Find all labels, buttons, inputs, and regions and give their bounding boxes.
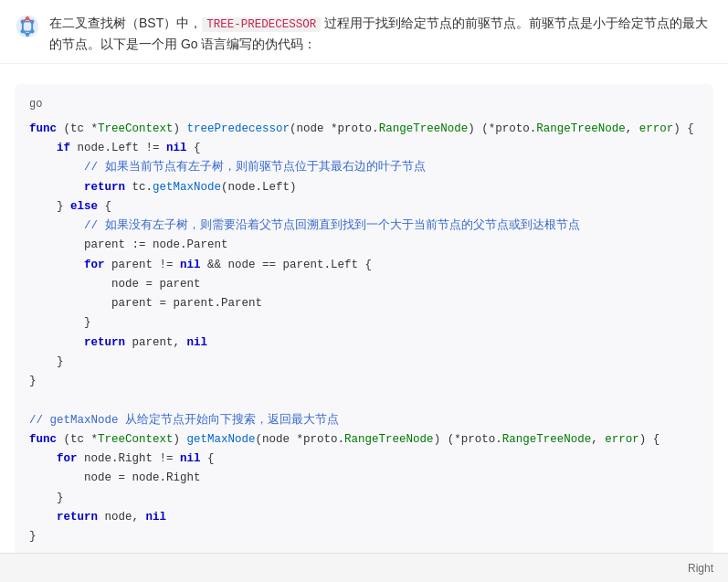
header-description: 在二叉查找树（BST）中，TREE-PREDECESSOR 过程用于找到给定节点… xyxy=(49,13,713,54)
code-func2: func (tc *TreeContext) getMaxNode(node *… xyxy=(29,430,699,547)
right-label[interactable]: Right xyxy=(688,562,713,575)
tree-predecessor-code: TREE-PREDECESSOR xyxy=(202,17,321,32)
bottom-bar: Right xyxy=(0,553,728,582)
code-block-main: go func (tc *TreeContext) treePredecesso… xyxy=(15,84,713,557)
code-language: go xyxy=(29,95,699,113)
header-section: 在二叉查找树（BST）中，TREE-PREDECESSOR 过程用于找到给定节点… xyxy=(0,0,728,64)
code-func1: func (tc *TreeContext) treePredecessor(n… xyxy=(29,120,699,392)
code-getmaxnode-comment: // getMaxNode 从给定节点开始向下搜索，返回最大节点 xyxy=(29,411,699,430)
svg-point-6 xyxy=(26,33,29,37)
intro-text: 在二叉查找树（BST）中， xyxy=(49,16,202,30)
main-content: go func (tc *TreeContext) treePredecesso… xyxy=(0,64,728,582)
app-icon xyxy=(15,14,40,39)
